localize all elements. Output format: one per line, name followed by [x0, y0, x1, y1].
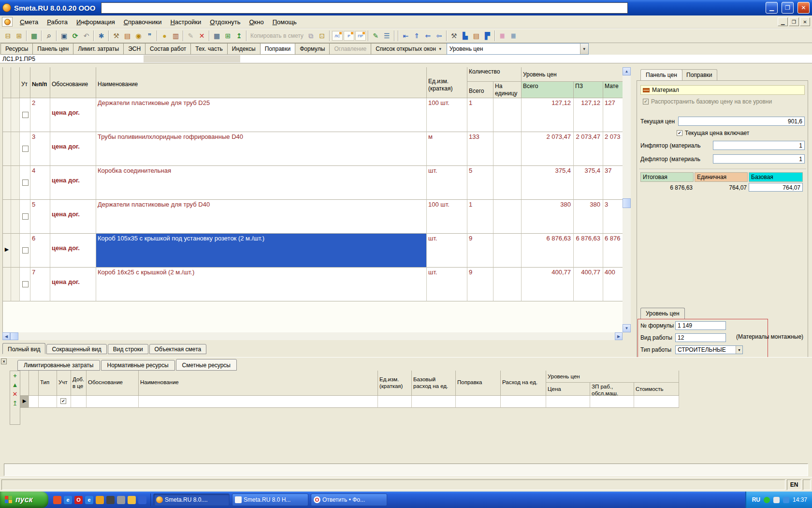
shift-left-icon[interactable] — [422, 30, 434, 42]
view-tab-object[interactable]: Объектная смета — [149, 344, 207, 354]
worktype-field[interactable]: 12 — [675, 333, 726, 342]
base-price-field[interactable]: 764,07 — [749, 183, 803, 192]
tree-list-icon[interactable] — [381, 30, 392, 42]
browser-icon[interactable]: e — [64, 496, 72, 504]
col-qty-per-unit[interactable]: На единицу — [493, 82, 522, 98]
tree-edit-icon[interactable] — [370, 30, 381, 42]
tab-indeksy[interactable]: Индексы — [227, 43, 261, 55]
task-button-smeta-help[interactable]: Smeta.RU 8.0 Н... — [232, 493, 308, 506]
title-edit-box[interactable] — [101, 2, 628, 14]
horizontal-scrollbar[interactable]: ◀ ▶ — [2, 332, 623, 340]
tab-formuly[interactable]: Формулы — [295, 43, 330, 55]
table-row[interactable]: 2 цена дог. Держатели пластиковые для тр… — [3, 98, 623, 132]
refresh-icon[interactable] — [70, 30, 81, 42]
tab-sostav-rabot[interactable]: Состав работ — [145, 43, 191, 55]
quick-launch-icon[interactable] — [117, 496, 125, 504]
shift-left2-icon[interactable] — [434, 30, 445, 42]
col-quantity-group[interactable]: Количество — [467, 67, 522, 82]
price-level-tab[interactable]: Уровень цен — [640, 308, 685, 319]
table-add-icon[interactable] — [222, 30, 233, 42]
truck-icon[interactable] — [460, 30, 471, 42]
inflator-field[interactable]: 1 — [713, 141, 805, 150]
task-button-forum-reply[interactable]: O Ответить • Фо... — [311, 493, 387, 506]
doc-r-button[interactable]: Р — [344, 31, 354, 41]
tree-insert-icon[interactable] — [14, 30, 25, 42]
menu-informacia[interactable]: Информация — [72, 16, 119, 28]
col-name[interactable]: Наименование — [139, 371, 378, 396]
table-row-selected[interactable]: ▶ 6 цена дог. Короб 105х35 с крышкой под… — [3, 234, 623, 268]
formula-field[interactable]: 1 149 — [675, 321, 726, 330]
tab-esn[interactable]: ЭСН — [123, 43, 145, 55]
sort-icon[interactable] — [96, 30, 107, 42]
money-icon[interactable] — [133, 30, 144, 42]
search-icon[interactable] — [44, 30, 55, 42]
tab-limit-zatraty[interactable]: Лимит. затраты — [73, 43, 124, 55]
row-checkbox[interactable] — [22, 281, 29, 287]
view-tab-short[interactable]: Сокращенный вид — [46, 344, 106, 354]
undo-icon[interactable] — [81, 30, 92, 42]
current-price-field[interactable]: 901,6 — [678, 117, 805, 126]
col-num[interactable]: №п/п — [30, 67, 50, 98]
col-salary[interactable]: ЗП раб., обсл.маш. — [590, 383, 634, 396]
book-icon[interactable] — [497, 30, 508, 42]
tab-resursy[interactable]: Ресурсы — [0, 43, 33, 55]
menu-otdohnut[interactable]: Отдохнуть — [205, 16, 245, 28]
row-name[interactable]: Трубы поливинилхлоридные гофрированные D… — [96, 132, 427, 166]
mdi-minimize-button[interactable]: ▁ — [778, 17, 788, 26]
col-correction[interactable]: Поправка — [456, 371, 501, 396]
col-price-total[interactable]: Всего — [522, 82, 574, 98]
resources-table-row[interactable]: ▶ ✔ — [20, 396, 679, 408]
row-name[interactable]: Держатели пластиковые для труб D40 — [96, 200, 427, 234]
coins-icon[interactable] — [159, 30, 170, 42]
scroll-left-icon[interactable]: ◀ — [2, 332, 10, 340]
delete-icon[interactable] — [196, 30, 207, 42]
row-checkbox[interactable] — [22, 247, 29, 254]
delete-resource-icon[interactable]: ✕ — [13, 391, 18, 398]
hammer-icon[interactable] — [449, 30, 460, 42]
tab-popravki[interactable]: Поправки — [260, 43, 295, 55]
browser-icon[interactable]: e — [85, 496, 93, 504]
menu-nastroyki[interactable]: Настройки — [166, 16, 205, 28]
view-tab-row[interactable]: Вид строки — [108, 344, 148, 354]
table-price-icon[interactable] — [211, 30, 222, 42]
col-cost[interactable]: Стоимость — [634, 383, 679, 396]
move-up-icon[interactable]: ▲ — [12, 382, 18, 388]
col-accounted[interactable]: Учт — [57, 371, 71, 396]
combo-arrow-icon[interactable]: ▼ — [736, 346, 742, 354]
menu-smeta[interactable]: Смета — [15, 16, 43, 28]
tab-estimate-resources[interactable]: Сметные ресурсы — [176, 359, 237, 371]
row-checkbox[interactable] — [22, 146, 29, 152]
task-button-smeta[interactable]: Smeta.RU 8.0.... — [153, 493, 230, 506]
col-rate-per-unit[interactable]: Расход на ед. — [501, 371, 546, 396]
add-resource-icon[interactable]: + — [13, 373, 17, 379]
outdent-first-icon[interactable] — [400, 30, 411, 42]
col-qty-total[interactable]: Всего — [467, 82, 493, 98]
col-ut[interactable]: Ут — [20, 67, 30, 98]
tab-corrections[interactable]: Поправки — [681, 69, 717, 80]
col-base-rate[interactable]: Базовый расход на ед. — [412, 371, 456, 396]
export-up-icon[interactable]: ↥ — [13, 400, 18, 407]
row-name[interactable]: Коробка соединительная — [96, 166, 427, 200]
mdi-close-button[interactable]: ✕ — [800, 17, 810, 26]
menu-spravochniki[interactable]: Справочники — [119, 16, 166, 28]
row-name-selected[interactable]: Короб 105х35 с крышкой под установку роз… — [96, 234, 427, 268]
tools-icon[interactable] — [111, 30, 122, 42]
row-checkbox[interactable] — [22, 179, 29, 186]
start-button[interactable]: пуск — [0, 492, 48, 508]
comment-icon[interactable] — [144, 30, 155, 42]
materials-icon[interactable] — [122, 30, 133, 42]
tab-panel-cen[interactable]: Панель цен — [32, 43, 73, 55]
mdi-restore-button[interactable]: ❐ — [789, 17, 799, 26]
scroll-up-icon[interactable]: ▲ — [623, 67, 631, 75]
col-name[interactable]: Наименование — [96, 67, 427, 98]
blocks-icon[interactable] — [170, 30, 181, 42]
price-includes-checkbox[interactable]: ✔ — [677, 130, 682, 136]
tab-teh-chast[interactable]: Тех. часть — [190, 43, 227, 55]
row-checkbox[interactable] — [22, 213, 29, 220]
folder-icon[interactable] — [128, 496, 136, 504]
move-up-icon[interactable] — [233, 30, 245, 42]
tab-limited-costs[interactable]: Лимитированные затраты — [17, 360, 100, 371]
quick-launch-icon[interactable] — [96, 496, 104, 504]
menu-pomosh[interactable]: Помощь — [268, 16, 301, 28]
table-row[interactable]: 4 цена дог. Коробка соединительная шт. 5… — [3, 166, 623, 200]
